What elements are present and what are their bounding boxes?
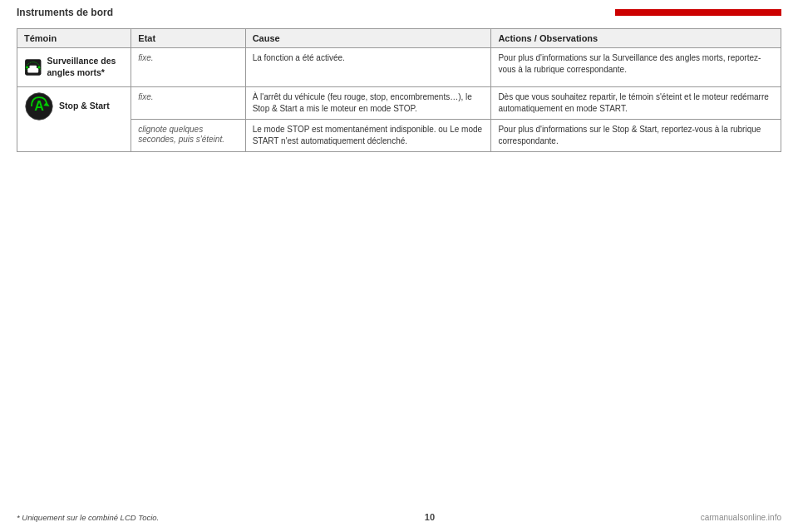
page-title: Instruments de bord	[17, 7, 607, 18]
header-accent-bar	[615, 9, 781, 16]
page-number: 10	[425, 512, 435, 522]
col-header-temoin: Témoin	[17, 29, 131, 48]
cause-cell-2: Le mode STOP est momentanément indisponi…	[245, 120, 491, 152]
etat-text-1: fixe.	[138, 92, 153, 101]
table-row: clignote quelques secondes, puis s'étein…	[17, 120, 781, 152]
cause-text-1: À l'arrêt du véhicule (feu rouge, stop, …	[253, 92, 472, 113]
actions-cell-2: Pour plus d'informations sur le Stop & S…	[491, 120, 781, 152]
cause-cell-0: La fonction a été activée.	[245, 48, 491, 87]
indicator-table: Témoin Etat Cause Actions / Observations	[17, 28, 781, 152]
surveillance-icon	[24, 52, 42, 82]
stop-start-icon: A	[24, 91, 54, 121]
actions-text-2: Pour plus d'informations sur le Stop & S…	[498, 125, 761, 145]
etat-cell-0: fixe.	[131, 48, 245, 87]
cause-text-2: Le mode STOP est momentanément indisponi…	[253, 125, 482, 145]
table-row: A Stop & Start fixe. À l'arrêt du véhicu…	[17, 87, 781, 120]
temoin-cell-stop-start: A Stop & Start	[17, 87, 131, 152]
svg-text:A: A	[34, 98, 44, 113]
table-row: Surveillance des angles morts* fixe. La …	[17, 48, 781, 87]
page-footer: * Uniquement sur le combiné LCD Tocio. 1…	[17, 512, 781, 522]
etat-cell-2: clignote quelques secondes, puis s'étein…	[131, 120, 245, 152]
footer-note: * Uniquement sur le combiné LCD Tocio.	[17, 513, 159, 522]
actions-cell-0: Pour plus d'informations sur la Surveill…	[491, 48, 781, 87]
col-header-actions: Actions / Observations	[491, 29, 781, 48]
stop-start-label: Stop & Start	[59, 101, 110, 112]
col-header-etat: Etat	[131, 29, 245, 48]
surveillance-label: Surveillance des angles morts*	[47, 56, 125, 78]
cause-text-0: La fonction a été activée.	[253, 53, 345, 62]
etat-cell-1: fixe.	[131, 87, 245, 120]
page-header: Instruments de bord	[0, 0, 798, 22]
col-header-cause: Cause	[245, 29, 491, 48]
etat-text-0: fixe.	[138, 53, 153, 62]
actions-text-0: Pour plus d'informations sur la Surveill…	[498, 53, 761, 74]
website-label: carmanualsonline.info	[701, 513, 781, 522]
cause-cell-1: À l'arrêt du véhicule (feu rouge, stop, …	[245, 87, 491, 120]
etat-text-2: clignote quelques secondes, puis s'étein…	[138, 125, 224, 144]
main-content: Témoin Etat Cause Actions / Observations	[0, 22, 798, 169]
actions-cell-1: Dès que vous souhaitez repartir, le témo…	[491, 87, 781, 120]
svg-rect-2	[29, 66, 37, 69]
table-header-row: Témoin Etat Cause Actions / Observations	[17, 29, 781, 48]
temoin-cell-surveillance: Surveillance des angles morts*	[17, 48, 131, 87]
actions-text-1: Dès que vous souhaitez repartir, le témo…	[498, 92, 768, 113]
